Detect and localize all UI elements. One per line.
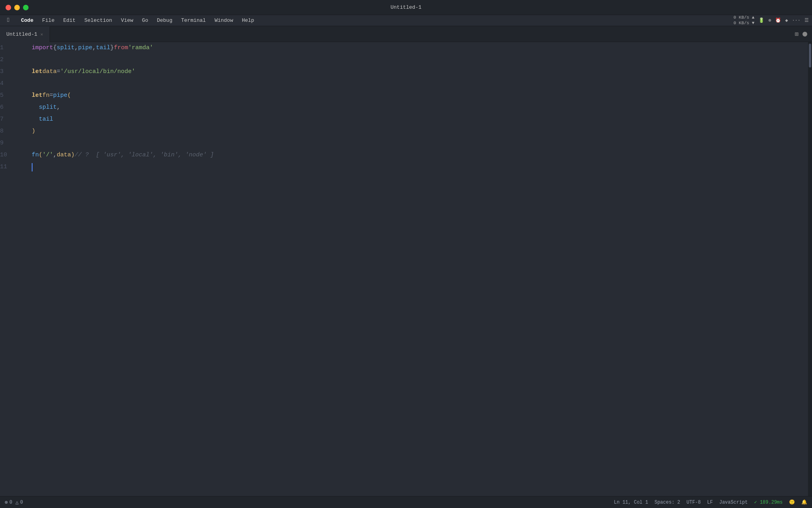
token-tail-1: tail — [96, 42, 110, 54]
tab-untitled-1[interactable]: Untitled-1 ✕ — [0, 26, 50, 42]
menu-code[interactable]: Code — [17, 17, 37, 24]
statusbar-left: ⊗ 0 △ 0 — [5, 499, 23, 506]
file-encoding[interactable]: UTF-8 — [687, 500, 701, 505]
tab-label: Untitled-1 — [6, 31, 37, 37]
clock-icon: ⏰ — [775, 17, 781, 23]
warning-count[interactable]: △ 0 — [15, 499, 23, 506]
token-slash-str: '/' — [42, 149, 53, 161]
emoji-icon: 🙂 — [789, 499, 795, 505]
token-split-2: split — [39, 102, 57, 114]
token-close-paren-1: ) — [32, 125, 35, 137]
token-data-ref: data — [57, 149, 71, 161]
menu-edit[interactable]: Edit — [59, 17, 79, 24]
code-line-5: let fn = pipe ( — [32, 90, 808, 102]
menu-terminal[interactable]: Terminal — [177, 17, 210, 24]
menu-window[interactable]: Window — [211, 17, 237, 24]
split-editor-icon[interactable]: ⊞ — [795, 30, 799, 38]
line-num-6: 6 — [0, 102, 4, 114]
tab-close-icon[interactable]: ✕ — [40, 32, 43, 37]
line-num-11: 11 — [0, 161, 7, 173]
line-endings[interactable]: LF — [707, 500, 713, 505]
token-let-1: let — [32, 66, 42, 78]
token-open-paren-2: ( — [39, 149, 42, 161]
wifi-icon: ⊛ — [768, 17, 771, 23]
line-numbers: 1 2 3 4 5 6 7 8 9 — [0, 42, 24, 496]
line-num-1: 1 — [0, 42, 4, 54]
close-button[interactable] — [6, 5, 11, 10]
cursor-position[interactable]: Ln 11, Col 1 — [614, 500, 648, 505]
menubar-status-area: 0 KB/s ▲0 KB/s ▼ 🔋 ⊛ ⏰ ◆ ··· ☰ — [733, 15, 809, 25]
editor-container: 1 2 3 4 5 6 7 8 9 — [0, 42, 812, 496]
menu-debug[interactable]: Debug — [153, 17, 176, 24]
gutter-line-2: 2 — [0, 54, 17, 66]
code-line-6: split , — [32, 102, 808, 114]
gutter-line-1: 1 — [0, 42, 17, 54]
maximize-button[interactable] — [23, 5, 29, 10]
token-open-paren-1: ( — [67, 90, 71, 102]
token-data-var: data — [42, 66, 57, 78]
scrollbar-thumb[interactable] — [809, 44, 811, 67]
menu-file[interactable]: File — [38, 17, 58, 24]
editor-tab-actions: ⊞ — [795, 30, 812, 38]
line-num-5: 5 — [0, 90, 4, 102]
error-count[interactable]: ⊗ 0 — [5, 499, 12, 506]
code-line-3: let data = '/usr/local/bin/node' — [32, 66, 808, 78]
code-line-7: tail — [32, 114, 808, 125]
titlebar: Untitled-1 — [0, 0, 812, 15]
token-close-paren-2: ) — [71, 149, 75, 161]
line-num-4: 4 — [0, 78, 4, 90]
line-num-8: 8 — [0, 125, 4, 137]
bell-icon: 🔔 — [801, 499, 807, 505]
editor-tabs: Untitled-1 ✕ ⊞ — [0, 26, 812, 42]
gutter-line-3: 3 — [0, 66, 17, 78]
gutter-line-9: 9 — [0, 137, 17, 149]
indentation[interactable]: Spaces: 2 — [655, 500, 680, 505]
token-pipe-call: pipe — [53, 90, 67, 102]
network-status: 0 KB/s ▲0 KB/s ▼ — [733, 15, 755, 25]
code-line-8: ) — [32, 125, 808, 137]
line-num-9: 9 — [0, 137, 4, 149]
language-mode[interactable]: JavaScript — [719, 500, 748, 505]
gutter-line-10: 10 — [0, 149, 17, 161]
statusbar: ⊗ 0 △ 0 Ln 11, Col 1 Spaces: 2 UTF-8 LF … — [0, 496, 812, 508]
window-title: Untitled-1 — [391, 4, 421, 10]
token-tail-2: tail — [39, 114, 53, 125]
minimize-button[interactable] — [14, 5, 20, 10]
token-split-1: split — [57, 42, 75, 54]
gutter-line-8: 8 — [0, 125, 17, 137]
menu-help[interactable]: Help — [238, 17, 258, 24]
error-number: 0 — [10, 500, 12, 505]
code-line-4 — [32, 78, 808, 90]
line-num-2: 2 — [0, 54, 4, 66]
menu-selection[interactable]: Selection — [80, 17, 116, 24]
code-editor[interactable]: import { split , pipe , tail } from 'ram… — [24, 42, 808, 496]
token-pipe-1: pipe — [78, 42, 92, 54]
line-num-10: 10 — [0, 149, 7, 161]
gutter-line-11: 11 — [0, 161, 17, 173]
circle-icon[interactable] — [802, 32, 807, 37]
line-num-7: 7 — [0, 114, 4, 125]
warning-number: 0 — [20, 500, 23, 505]
line-num-3: 3 — [0, 66, 4, 78]
menu-view[interactable]: View — [117, 17, 137, 24]
warning-triangle-icon: △ — [15, 499, 19, 506]
code-line-1: import { split , pipe , tail } from 'ram… — [32, 42, 808, 54]
code-line-9 — [32, 137, 808, 149]
code-line-10: fn ( '/' , data ) // ? [ 'usr', 'local',… — [32, 149, 808, 161]
apple-menu[interactable]:  — [3, 16, 15, 25]
gutter-line-7: 7 — [0, 114, 17, 125]
token-from: from — [114, 42, 128, 54]
code-line-2 — [32, 54, 808, 66]
scrollbar[interactable] — [808, 42, 812, 496]
traffic-lights[interactable] — [6, 5, 29, 10]
gutter-line-6: 6 — [0, 102, 17, 114]
token-let-2: let — [32, 90, 42, 102]
gutter-line-5: 5 — [0, 90, 17, 102]
menu-go[interactable]: Go — [138, 17, 152, 24]
more-icon: ··· — [792, 18, 801, 23]
token-comment: // ? [ 'usr', 'local', 'bin', 'node' ] — [75, 149, 214, 161]
token-path-str: '/usr/local/bin/node' — [60, 66, 135, 78]
list-icon: ☰ — [804, 17, 809, 23]
token-import: import — [32, 42, 53, 54]
token-fn-var: fn — [42, 90, 50, 102]
